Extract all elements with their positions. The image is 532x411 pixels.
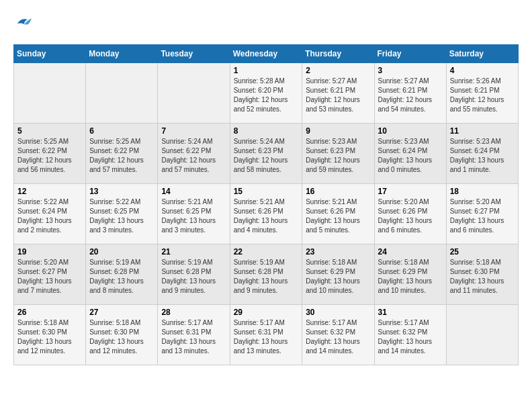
- day-cell: 3Sunrise: 5:27 AM Sunset: 6:21 PM Daylig…: [374, 63, 446, 124]
- day-number: 7: [161, 126, 226, 136]
- day-number: 22: [234, 247, 299, 257]
- day-number: 6: [89, 126, 154, 136]
- day-cell: 27Sunrise: 5:18 AM Sunset: 6:30 PM Dayli…: [86, 305, 158, 365]
- day-info: Sunrise: 5:25 AM Sunset: 6:22 PM Dayligh…: [89, 137, 154, 175]
- day-number: 20: [89, 247, 154, 257]
- day-info: Sunrise: 5:25 AM Sunset: 6:22 PM Dayligh…: [17, 137, 82, 175]
- day-number: 2: [306, 66, 370, 75]
- day-number: 11: [450, 126, 515, 136]
- calendar-body: 1Sunrise: 5:28 AM Sunset: 6:20 PM Daylig…: [14, 63, 519, 365]
- day-info: Sunrise: 5:20 AM Sunset: 6:27 PM Dayligh…: [17, 258, 82, 295]
- day-cell: 9Sunrise: 5:23 AM Sunset: 6:23 PM Daylig…: [302, 124, 374, 184]
- day-number: 12: [17, 187, 82, 196]
- header-cell-wednesday: Wednesday: [230, 45, 302, 63]
- day-number: 19: [17, 247, 82, 257]
- day-cell: 17Sunrise: 5:20 AM Sunset: 6:26 PM Dayli…: [374, 184, 446, 244]
- week-row-5: 26Sunrise: 5:18 AM Sunset: 6:30 PM Dayli…: [14, 305, 519, 365]
- day-number: 3: [378, 66, 443, 75]
- day-info: Sunrise: 5:20 AM Sunset: 6:26 PM Dayligh…: [378, 197, 443, 235]
- day-info: Sunrise: 5:23 AM Sunset: 6:24 PM Dayligh…: [378, 137, 443, 175]
- day-cell: 26Sunrise: 5:18 AM Sunset: 6:30 PM Dayli…: [14, 305, 86, 365]
- header-cell-saturday: Saturday: [446, 45, 518, 63]
- day-info: Sunrise: 5:17 AM Sunset: 6:31 PM Dayligh…: [161, 318, 226, 356]
- day-info: Sunrise: 5:21 AM Sunset: 6:26 PM Dayligh…: [306, 197, 370, 235]
- day-cell: 21Sunrise: 5:19 AM Sunset: 6:28 PM Dayli…: [158, 244, 230, 305]
- week-row-4: 19Sunrise: 5:20 AM Sunset: 6:27 PM Dayli…: [14, 244, 519, 305]
- day-cell: 10Sunrise: 5:23 AM Sunset: 6:24 PM Dayli…: [374, 124, 446, 184]
- day-cell: 30Sunrise: 5:17 AM Sunset: 6:32 PM Dayli…: [302, 305, 374, 365]
- day-cell: 16Sunrise: 5:21 AM Sunset: 6:26 PM Dayli…: [302, 184, 374, 244]
- day-cell: 11Sunrise: 5:23 AM Sunset: 6:24 PM Dayli…: [446, 124, 518, 184]
- day-cell: 29Sunrise: 5:17 AM Sunset: 6:31 PM Dayli…: [230, 305, 302, 365]
- day-cell: 8Sunrise: 5:24 AM Sunset: 6:23 PM Daylig…: [230, 124, 302, 184]
- header-cell-thursday: Thursday: [302, 45, 374, 63]
- day-cell: 1Sunrise: 5:28 AM Sunset: 6:20 PM Daylig…: [230, 63, 302, 124]
- day-info: Sunrise: 5:18 AM Sunset: 6:30 PM Dayligh…: [89, 318, 154, 356]
- day-cell: 12Sunrise: 5:22 AM Sunset: 6:24 PM Dayli…: [14, 184, 86, 244]
- day-info: Sunrise: 5:20 AM Sunset: 6:27 PM Dayligh…: [450, 197, 515, 235]
- day-number: 13: [89, 187, 154, 196]
- day-number: 4: [450, 66, 515, 75]
- day-cell: 13Sunrise: 5:22 AM Sunset: 6:25 PM Dayli…: [86, 184, 158, 244]
- day-cell: 31Sunrise: 5:17 AM Sunset: 6:32 PM Dayli…: [374, 305, 446, 365]
- day-info: Sunrise: 5:28 AM Sunset: 6:20 PM Dayligh…: [234, 77, 299, 114]
- calendar-table: SundayMondayTuesdayWednesdayThursdayFrid…: [13, 44, 519, 365]
- week-row-3: 12Sunrise: 5:22 AM Sunset: 6:24 PM Dayli…: [14, 184, 519, 244]
- day-cell: 22Sunrise: 5:19 AM Sunset: 6:28 PM Dayli…: [230, 244, 302, 305]
- day-info: Sunrise: 5:18 AM Sunset: 6:29 PM Dayligh…: [378, 258, 443, 295]
- header-cell-friday: Friday: [374, 45, 446, 63]
- day-number: 18: [450, 187, 515, 196]
- day-number: 26: [17, 308, 82, 317]
- day-info: Sunrise: 5:22 AM Sunset: 6:25 PM Dayligh…: [89, 197, 154, 235]
- day-cell: 2Sunrise: 5:27 AM Sunset: 6:21 PM Daylig…: [302, 63, 374, 124]
- day-cell: 7Sunrise: 5:24 AM Sunset: 6:22 PM Daylig…: [158, 124, 230, 184]
- day-cell: [158, 63, 230, 124]
- week-row-1: 1Sunrise: 5:28 AM Sunset: 6:20 PM Daylig…: [14, 63, 519, 124]
- day-info: Sunrise: 5:17 AM Sunset: 6:32 PM Dayligh…: [306, 318, 370, 356]
- day-cell: [86, 63, 158, 124]
- day-cell: 14Sunrise: 5:21 AM Sunset: 6:25 PM Dayli…: [158, 184, 230, 244]
- calendar-header: SundayMondayTuesdayWednesdayThursdayFrid…: [14, 45, 519, 63]
- day-number: 21: [161, 247, 226, 257]
- header-cell-monday: Monday: [86, 45, 158, 63]
- day-number: 9: [306, 126, 370, 136]
- day-cell: 18Sunrise: 5:20 AM Sunset: 6:27 PM Dayli…: [446, 184, 518, 244]
- header-cell-tuesday: Tuesday: [158, 45, 230, 63]
- header-row: SundayMondayTuesdayWednesdayThursdayFrid…: [14, 45, 519, 63]
- day-cell: 4Sunrise: 5:26 AM Sunset: 6:21 PM Daylig…: [446, 63, 518, 124]
- day-number: 8: [234, 126, 299, 136]
- day-info: Sunrise: 5:26 AM Sunset: 6:21 PM Dayligh…: [450, 77, 515, 114]
- week-row-2: 5Sunrise: 5:25 AM Sunset: 6:22 PM Daylig…: [14, 124, 519, 184]
- day-cell: 28Sunrise: 5:17 AM Sunset: 6:31 PM Dayli…: [158, 305, 230, 365]
- day-number: 17: [378, 187, 443, 196]
- day-number: 29: [234, 308, 299, 317]
- day-info: Sunrise: 5:17 AM Sunset: 6:31 PM Dayligh…: [234, 318, 299, 356]
- day-number: 31: [378, 308, 443, 317]
- day-info: Sunrise: 5:23 AM Sunset: 6:24 PM Dayligh…: [450, 137, 515, 175]
- day-number: 23: [306, 247, 370, 257]
- day-number: 1: [234, 66, 299, 75]
- page-header: [13, 13, 519, 34]
- day-info: Sunrise: 5:17 AM Sunset: 6:32 PM Dayligh…: [378, 318, 443, 356]
- day-info: Sunrise: 5:23 AM Sunset: 6:23 PM Dayligh…: [306, 137, 370, 175]
- day-number: 27: [89, 308, 154, 317]
- day-info: Sunrise: 5:19 AM Sunset: 6:28 PM Dayligh…: [89, 258, 154, 295]
- day-number: 28: [161, 308, 226, 317]
- day-info: Sunrise: 5:19 AM Sunset: 6:28 PM Dayligh…: [234, 258, 299, 295]
- day-cell: [446, 305, 518, 365]
- day-info: Sunrise: 5:22 AM Sunset: 6:24 PM Dayligh…: [17, 197, 82, 235]
- day-info: Sunrise: 5:19 AM Sunset: 6:28 PM Dayligh…: [161, 258, 226, 295]
- header-cell-sunday: Sunday: [14, 45, 86, 63]
- day-number: 16: [306, 187, 370, 196]
- day-info: Sunrise: 5:24 AM Sunset: 6:23 PM Dayligh…: [234, 137, 299, 175]
- day-number: 10: [378, 126, 443, 136]
- day-number: 24: [378, 247, 443, 257]
- day-cell: [14, 63, 86, 124]
- logo: [13, 13, 36, 34]
- day-number: 15: [234, 187, 299, 196]
- day-info: Sunrise: 5:18 AM Sunset: 6:29 PM Dayligh…: [306, 258, 370, 295]
- day-info: Sunrise: 5:27 AM Sunset: 6:21 PM Dayligh…: [306, 77, 370, 114]
- day-cell: 20Sunrise: 5:19 AM Sunset: 6:28 PM Dayli…: [86, 244, 158, 305]
- day-number: 14: [161, 187, 226, 196]
- day-cell: 19Sunrise: 5:20 AM Sunset: 6:27 PM Dayli…: [14, 244, 86, 305]
